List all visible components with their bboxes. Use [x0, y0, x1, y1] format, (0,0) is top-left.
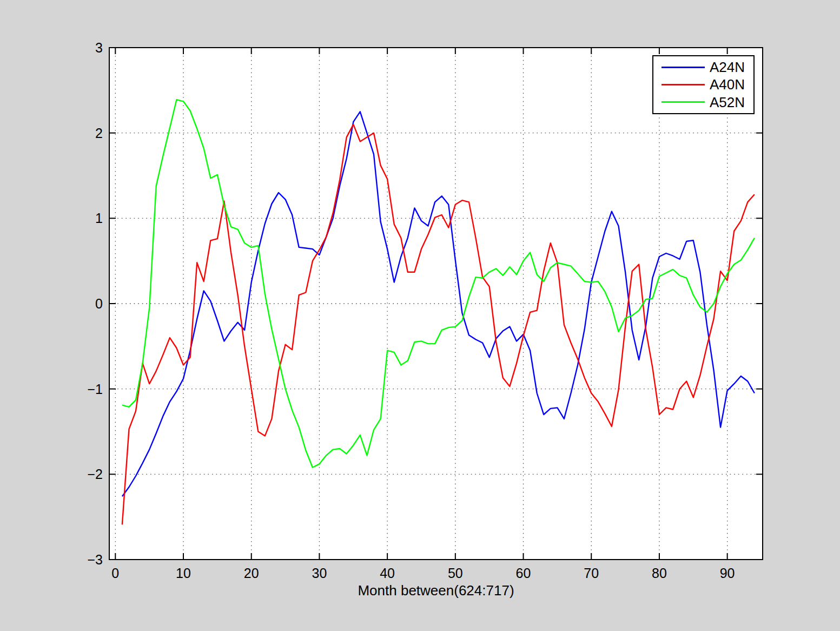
legend-item: A40N: [662, 76, 753, 93]
x-tick-label: 30: [312, 566, 327, 581]
y-tick-label: −2: [87, 466, 103, 482]
legend-label: A40N: [710, 77, 745, 91]
x-tick-label: 40: [380, 566, 395, 581]
x-tick-label: 0: [111, 566, 119, 581]
y-tick-label: 1: [95, 211, 103, 226]
legend: A24N A40N A52N: [652, 55, 755, 114]
x-tick-label: 80: [652, 566, 667, 581]
legend-item: A24N: [662, 59, 753, 75]
x-tick-label: 10: [176, 566, 191, 581]
y-tick-label: 0: [95, 296, 103, 311]
legend-item: A52N: [662, 94, 753, 110]
x-tick-label: 50: [448, 566, 463, 581]
legend-label: A52N: [710, 95, 745, 109]
legend-label: A24N: [710, 60, 745, 74]
x-tick-label: 90: [720, 566, 735, 581]
figure-window: { "figure": { "background_color": "#d5d5…: [0, 0, 840, 631]
y-tick-label: 2: [95, 126, 103, 141]
x-tick-label: 20: [244, 566, 259, 581]
x-tick-label: 60: [516, 566, 531, 581]
y-tick-label: −1: [87, 382, 103, 397]
x-axis-label: Month between(624:717): [109, 582, 763, 599]
legend-line-swatch-a40n: [662, 84, 705, 86]
x-tick-label: 70: [584, 566, 599, 581]
y-tick-label: 3: [95, 40, 103, 55]
legend-line-swatch-a52n: [662, 101, 705, 103]
legend-line-swatch-a24n: [662, 67, 705, 68]
y-tick-label: −3: [87, 552, 103, 567]
